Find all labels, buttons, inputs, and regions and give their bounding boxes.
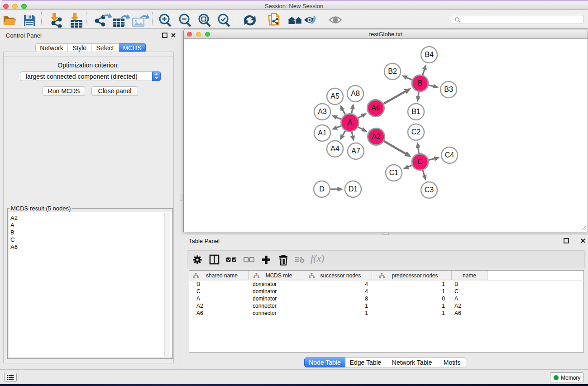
svg-text:B2: B2 bbox=[388, 67, 397, 75]
svg-text:B3: B3 bbox=[444, 86, 453, 93]
svg-text:B: B bbox=[418, 79, 423, 87]
svg-text:A: A bbox=[348, 119, 353, 126]
svg-text:A8: A8 bbox=[351, 90, 360, 97]
svg-text:C3: C3 bbox=[425, 186, 434, 194]
svg-text:D: D bbox=[319, 185, 325, 193]
svg-text:C: C bbox=[417, 158, 423, 166]
svg-text:A6: A6 bbox=[371, 104, 380, 112]
svg-text:C2: C2 bbox=[411, 128, 421, 136]
svg-text:A2: A2 bbox=[372, 133, 381, 140]
svg-text:B4: B4 bbox=[425, 51, 434, 58]
svg-text:B1: B1 bbox=[411, 108, 421, 115]
svg-text:A3: A3 bbox=[318, 108, 327, 115]
svg-text:A5: A5 bbox=[330, 92, 339, 100]
svg-text:D1: D1 bbox=[349, 185, 358, 193]
svg-text:A7: A7 bbox=[351, 147, 360, 155]
svg-text:C1: C1 bbox=[389, 169, 399, 176]
svg-text:A4: A4 bbox=[330, 145, 339, 152]
svg-text:C4: C4 bbox=[445, 151, 454, 159]
svg-text:A1: A1 bbox=[318, 129, 327, 137]
